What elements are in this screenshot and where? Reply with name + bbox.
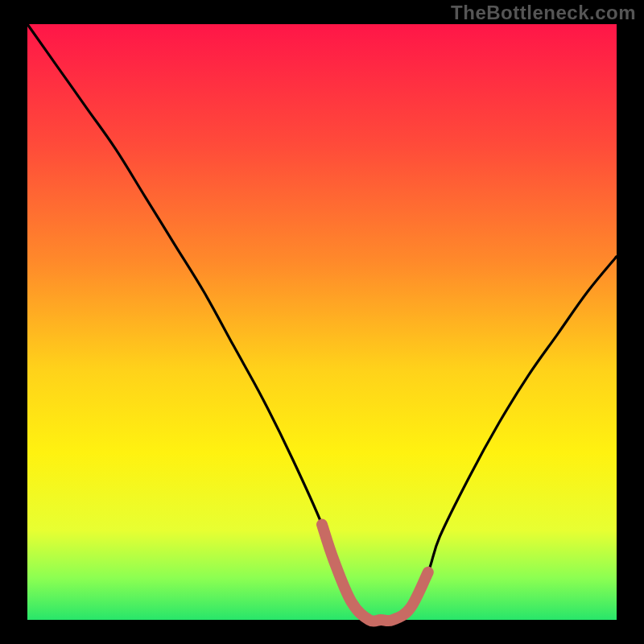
- watermark-text: TheBottleneck.com: [451, 2, 636, 24]
- chart-frame: TheBottleneck.com: [0, 0, 644, 644]
- bottleneck-chart: [0, 0, 644, 644]
